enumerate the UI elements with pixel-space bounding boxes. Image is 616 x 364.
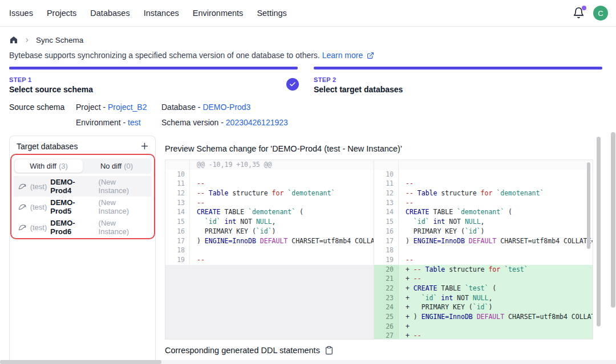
line-number: 26 xyxy=(374,322,399,332)
nav-item-issues[interactable]: Issues xyxy=(9,9,33,18)
ddl-statements-section: Corresponding generated DDL statements xyxy=(165,346,334,355)
line-number: 23 xyxy=(374,293,399,303)
copy-icon[interactable] xyxy=(325,346,334,355)
content-scrollbar[interactable] xyxy=(597,137,601,326)
diff-line: 19-- xyxy=(165,255,374,265)
db-environment: (test) xyxy=(30,182,47,191)
target-db-item-demo-prod4[interactable]: (test)DEMO-Prod4(New Instance) xyxy=(14,176,152,197)
line-number: 20 xyxy=(374,265,399,275)
plus-icon[interactable] xyxy=(140,141,149,151)
nav-item-settings[interactable]: Settings xyxy=(257,9,286,18)
line-number: 21 xyxy=(374,274,399,284)
db-instance-suffix: (New Instance) xyxy=(99,219,147,236)
source-schema-version: Schema version - 20230426121923 xyxy=(161,118,288,127)
step2-label: STEP 2 xyxy=(314,76,337,83)
line-number: 10 xyxy=(165,170,190,179)
schema-version-link[interactable]: 20230426121923 xyxy=(226,118,288,127)
diff-line: 10 xyxy=(165,170,374,179)
diff-line: 13-- xyxy=(374,198,593,208)
diff-line: 16 PRIMARY KEY (`id`) xyxy=(165,227,374,236)
tab-with-diff[interactable]: With diff(3) xyxy=(15,159,83,173)
diff-line: 26+ xyxy=(374,322,593,332)
project-link[interactable]: Project_B2 xyxy=(108,103,147,112)
horizontal-scrollbar-thumb[interactable] xyxy=(0,360,161,364)
diff-line: 18 xyxy=(165,246,374,255)
code-content xyxy=(190,246,374,255)
diff-line: 16 PRIMARY KEY (`id`) xyxy=(374,227,593,236)
line-number: 16 xyxy=(374,227,399,236)
nav-item-instances[interactable]: Instances xyxy=(144,9,179,18)
line-number: 16 xyxy=(165,227,190,236)
line-number: 27 xyxy=(374,331,399,339)
diff-line: 19-- xyxy=(374,255,593,265)
diff-line: 18 xyxy=(374,246,593,255)
target-database-list: (test)DEMO-Prod4(New Instance)(test)DEMO… xyxy=(14,176,152,238)
diff-scrollbar[interactable] xyxy=(587,162,590,249)
source-environment: Environment - test xyxy=(76,118,141,127)
nav-item-databases[interactable]: Databases xyxy=(90,9,129,18)
breadcrumb: Sync Schema xyxy=(9,35,83,44)
code-content: ) ENGINE=InnoDB DEFAULT CHARSET=utf8mb4 … xyxy=(399,236,593,246)
mysql-icon xyxy=(18,182,27,191)
intro-text: Bytebase supports synchronizing a specif… xyxy=(9,51,374,60)
diff-line: 11-- xyxy=(165,179,374,189)
diff-line: 17) ENGINE=InnoDB DEFAULT CHARSET=utf8mb… xyxy=(165,236,374,246)
line-number: 25 xyxy=(374,312,399,322)
tab-no-diff[interactable]: No diff(0) xyxy=(83,159,151,173)
tab-label: No diff xyxy=(100,162,121,170)
avatar[interactable]: C xyxy=(593,6,608,21)
line-number: 15 xyxy=(374,217,399,227)
target-db-item-demo-prod6[interactable]: (test)DEMO-Prod6(New Instance) xyxy=(14,217,152,238)
code-content: + ) ENGINE=InnoDB DEFAULT CHARSET=utf8mb… xyxy=(399,312,593,322)
diff-line: 22+ CREATE TABLE `test` ( xyxy=(374,284,593,293)
target-db-item-demo-prod5[interactable]: (test)DEMO-Prod5(New Instance) xyxy=(14,197,152,217)
page-scrollbar[interactable] xyxy=(611,132,615,308)
preview-title: Preview Schema change for 'DEMO-Prod4 (t… xyxy=(165,144,402,153)
code-content: + CREATE TABLE `test` ( xyxy=(399,284,593,293)
environment-link[interactable]: test xyxy=(128,118,141,127)
db-environment: (test) xyxy=(30,203,47,211)
external-link-icon[interactable] xyxy=(367,52,374,59)
nav-item-projects[interactable]: Projects xyxy=(47,9,76,18)
line-number: 13 xyxy=(165,198,190,208)
learn-more-link[interactable]: Learn more xyxy=(322,51,363,60)
db-name: DEMO-Prod4 xyxy=(50,178,95,195)
chevron-right-icon xyxy=(24,37,30,43)
code-content: `id` int NOT NULL, xyxy=(190,217,374,227)
diff-line: 14CREATE TABLE `demotenant` ( xyxy=(165,207,374,217)
tab-count: (0) xyxy=(124,162,133,170)
check-icon xyxy=(289,81,296,88)
code-content: PRIMARY KEY (`id`) xyxy=(399,227,593,236)
tab-label: With diff xyxy=(30,162,56,170)
diff-hunk-row: @@ -10,19 +10,35 @@ xyxy=(165,160,374,170)
code-content: -- xyxy=(399,255,593,265)
database-link[interactable]: DEMO-Prod3 xyxy=(202,103,250,112)
diff-line: 27+ -- xyxy=(374,331,593,339)
line-number: 17 xyxy=(165,236,190,246)
diff-line: 13-- xyxy=(165,198,374,208)
code-content: + -- xyxy=(399,331,593,339)
code-content: + -- Table structure for `test` xyxy=(399,265,593,275)
diff-line: 25+ ) ENGINE=InnoDB DEFAULT CHARSET=utf8… xyxy=(374,312,593,322)
diff-line: 12-- Table structure for `demotenant` xyxy=(374,189,593,198)
code-content xyxy=(399,170,593,179)
step1-label: STEP 1 xyxy=(9,76,32,83)
line-number: 19 xyxy=(165,255,190,265)
line-number: 14 xyxy=(165,207,190,217)
db-instance-suffix: (New Instance) xyxy=(99,178,147,195)
diff-pane-source: @@ -10,19 +10,35 @@1011--12-- Table stru… xyxy=(165,160,374,339)
code-content: @@ -10,19 +10,35 @@ xyxy=(190,160,374,170)
line-number: 11 xyxy=(165,179,190,189)
step2-title: Select target databases xyxy=(314,85,403,94)
db-instance-suffix: (New Instance) xyxy=(99,198,147,215)
notifications-button[interactable] xyxy=(573,7,585,19)
line-number: 22 xyxy=(374,284,399,293)
db-environment: (test) xyxy=(30,223,47,232)
home-icon[interactable] xyxy=(9,35,18,44)
nav-item-environments[interactable]: Environments xyxy=(193,9,244,18)
target-databases-title: Target databases xyxy=(17,142,78,151)
line-number: 11 xyxy=(374,179,399,189)
code-content xyxy=(399,246,593,255)
mysql-icon xyxy=(18,203,27,211)
diff-line: 17) ENGINE=InnoDB DEFAULT CHARSET=utf8mb… xyxy=(374,236,593,246)
